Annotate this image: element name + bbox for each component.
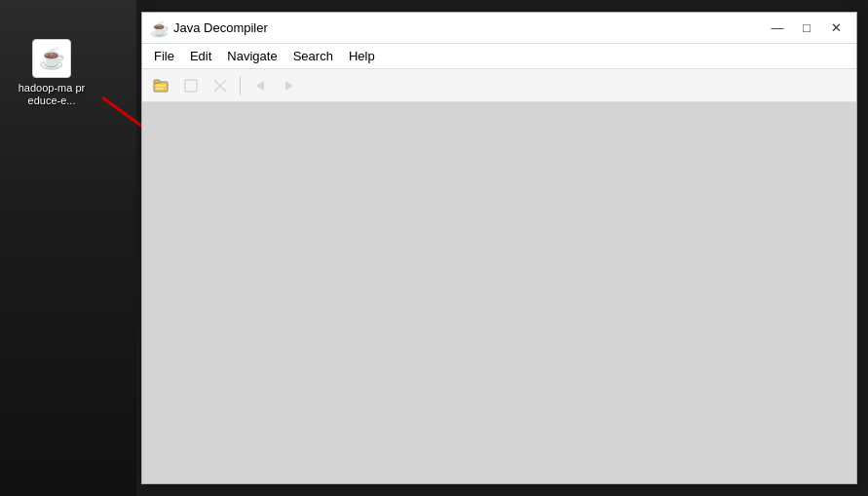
forward-button[interactable]: [276, 73, 303, 98]
window-title: Java Decompiler: [173, 20, 765, 35]
menu-edit[interactable]: Edit: [182, 46, 219, 66]
maximize-button[interactable]: □: [794, 19, 819, 38]
menu-navigate[interactable]: Navigate: [219, 46, 284, 66]
svg-rect-4: [156, 85, 166, 87]
menu-help[interactable]: Help: [341, 46, 383, 66]
main-content-area: [142, 102, 856, 483]
title-bar: ☕ Java Decompiler — □ ✕: [142, 13, 856, 44]
svg-rect-3: [154, 80, 160, 83]
toolbar: [142, 69, 856, 102]
close-file-button[interactable]: [177, 73, 205, 98]
desktop-icon-java[interactable]: ☕ hadoop-ma preduce-e...: [18, 39, 86, 107]
svg-rect-5: [156, 88, 164, 90]
java-decompiler-window: ☕ Java Decompiler — □ ✕ File Edit Naviga…: [141, 12, 857, 484]
minimize-button[interactable]: —: [765, 19, 790, 38]
close-button[interactable]: ✕: [823, 19, 849, 38]
svg-marker-9: [256, 81, 264, 91]
svg-rect-6: [185, 80, 197, 92]
save-button[interactable]: [207, 73, 234, 98]
toolbar-separator: [240, 76, 241, 95]
java-icon: ☕: [32, 39, 71, 78]
svg-marker-10: [285, 81, 293, 91]
menu-file[interactable]: File: [146, 46, 182, 66]
window-icon: ☕: [150, 19, 168, 37]
back-button[interactable]: [246, 73, 274, 98]
desktop: ☕ hadoop-ma preduce-e... ☕ Java Decompil…: [0, 0, 868, 496]
menu-bar: File Edit Navigate Search Help: [142, 44, 856, 69]
menu-search[interactable]: Search: [285, 46, 341, 66]
desktop-icon-label: hadoop-ma preduce-e...: [18, 82, 86, 107]
window-controls: — □ ✕: [765, 19, 849, 38]
open-file-button[interactable]: [148, 73, 175, 98]
